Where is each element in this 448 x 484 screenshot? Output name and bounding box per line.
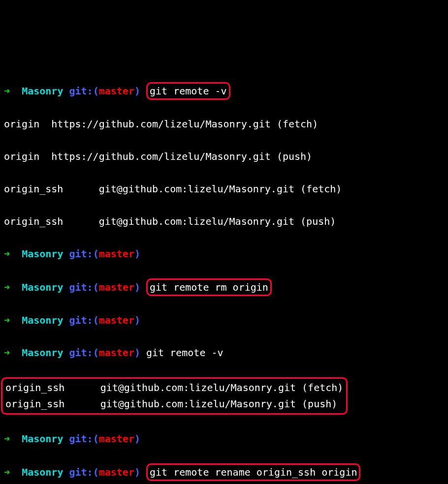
command-highlight: git remote rm origin: [146, 278, 272, 296]
arrow-icon: ➜: [4, 85, 16, 97]
git-label: git:: [63, 314, 93, 326]
paren: ): [134, 314, 140, 326]
command: git remote rename origin_ssh origin: [150, 466, 357, 478]
git-label: git:: [63, 248, 93, 260]
output-line: origin https://github.com/lizelu/Masonry…: [4, 116, 444, 132]
git-label: git:: [63, 433, 93, 445]
command: git remote -v: [146, 347, 224, 359]
directory: Masonry: [16, 281, 63, 293]
paren: (: [93, 466, 99, 478]
output-line: origin_ssh git@github.com:lizelu/Masonry…: [4, 181, 444, 197]
prompt-line: ➜ Masonry git:(master): [4, 431, 444, 447]
prompt-line: ➜ Masonry git:(master) git remote -v: [4, 82, 444, 100]
command: git remote rm origin: [150, 281, 268, 293]
branch: master: [99, 248, 134, 260]
paren: (: [93, 248, 99, 260]
paren: (: [93, 347, 99, 359]
paren: ): [134, 347, 140, 359]
arrow-icon: ➜: [4, 314, 16, 326]
branch: master: [99, 433, 134, 445]
git-label: git:: [63, 347, 93, 359]
command: git remote -v: [150, 85, 227, 97]
arrow-icon: ➜: [4, 347, 16, 359]
branch: master: [99, 85, 134, 97]
arrow-icon: ➜: [4, 466, 16, 478]
terminal[interactable]: ➜ Masonry git:(master) git remote -v ori…: [4, 66, 444, 484]
directory: Masonry: [16, 433, 63, 445]
paren: (: [93, 433, 99, 445]
prompt-line: ➜ Masonry git:(master) git remote rename…: [4, 463, 444, 481]
branch: master: [99, 347, 134, 359]
output-line: origin_ssh git@github.com:lizelu/Masonry…: [5, 398, 337, 410]
paren: ): [134, 85, 140, 97]
paren: ): [134, 248, 140, 260]
arrow-icon: ➜: [4, 281, 16, 293]
branch: master: [99, 466, 134, 478]
prompt-line: ➜ Masonry git:(master) git remote -v: [4, 345, 444, 361]
git-label: git:: [63, 466, 93, 478]
command-highlight: git remote -v: [146, 82, 230, 100]
paren: ): [134, 466, 140, 478]
directory: Masonry: [16, 85, 63, 97]
paren: ): [134, 281, 140, 293]
directory: Masonry: [16, 466, 63, 478]
paren: (: [93, 314, 99, 326]
output-line: origin_ssh git@github.com:lizelu/Masonry…: [4, 213, 444, 230]
prompt-line: ➜ Masonry git:(master): [4, 312, 444, 329]
paren: (: [93, 85, 99, 97]
output-box: origin_ssh git@github.com:lizelu/Masonry…: [4, 377, 444, 415]
git-label: git:: [63, 281, 93, 293]
directory: Masonry: [16, 248, 63, 260]
paren: ): [134, 433, 140, 445]
arrow-icon: ➜: [4, 248, 16, 260]
paren: (: [93, 281, 99, 293]
output-line: origin_ssh git@github.com:lizelu/Masonry…: [5, 382, 343, 393]
branch: master: [99, 314, 134, 326]
prompt-line: ➜ Masonry git:(master): [4, 246, 444, 262]
arrow-icon: ➜: [4, 433, 16, 445]
directory: Masonry: [16, 314, 63, 326]
branch: master: [99, 281, 134, 293]
prompt-line: ➜ Masonry git:(master) git remote rm ori…: [4, 278, 444, 296]
command-highlight: git remote rename origin_ssh origin: [146, 463, 360, 481]
output-line: origin https://github.com/lizelu/Masonry…: [4, 149, 444, 165]
directory: Masonry: [16, 347, 63, 359]
git-label: git:: [63, 85, 93, 97]
